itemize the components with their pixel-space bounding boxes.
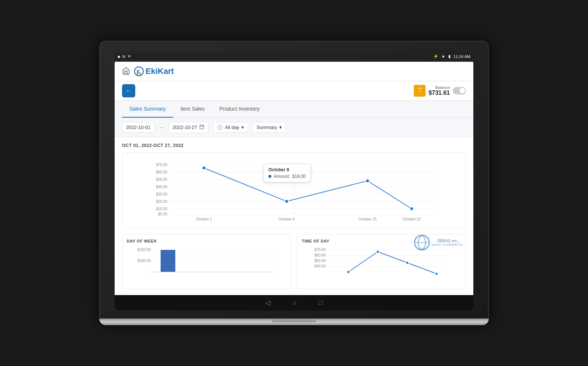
svg-point-51 <box>347 270 350 273</box>
android-back-button[interactable]: ◁ <box>265 299 270 307</box>
svg-text:$10.00: $10.00 <box>156 207 167 211</box>
bluetooth-icon: ⚡ <box>433 54 438 59</box>
back-icon: ← <box>126 87 132 94</box>
svg-text:October 8: October 8 <box>279 217 295 221</box>
tabs-container: Sales Summary Item Sales Product Invento… <box>115 101 473 118</box>
back-button[interactable]: ← <box>122 84 135 97</box>
time-of-day-chart: TIME OF DAY $70.00 $60.00 $50.00 $40.00 <box>297 234 466 289</box>
day-of-week-title: DAY OF WEEK <box>127 239 286 243</box>
day-of-week-svg: $150.00 $100.00 <box>127 246 286 283</box>
app-header: E EkiKart <box>115 62 473 81</box>
svg-point-29 <box>285 200 288 203</box>
status-bar: ■ N ✕ ⚡ ▼ ▮ 11:24 AM <box>115 53 473 60</box>
svg-text:October 15: October 15 <box>358 217 377 221</box>
svg-text:$0.00: $0.00 <box>158 212 167 216</box>
logo-text: EkiKart <box>146 67 174 76</box>
home-icon[interactable] <box>122 67 131 76</box>
svg-rect-41 <box>161 250 175 272</box>
wifi-icon: ▼ <box>441 54 445 59</box>
svg-point-30 <box>366 179 369 183</box>
laptop-base <box>99 319 489 325</box>
android-recent-button[interactable]: □ <box>319 299 323 307</box>
debug-logo-icon <box>414 234 430 251</box>
debug-sub-text: Not for COMMERCIA... <box>431 243 466 247</box>
main-content: OCT 01, 2022-OCT 27, 2022 <box>115 137 473 295</box>
balance-amount: $731.61 <box>429 90 450 96</box>
svg-text:$50.00: $50.00 <box>314 259 326 263</box>
logo-icon: E <box>134 66 144 76</box>
day-of-week-chart: DAY OF WEEK $150.00 $100.00 <box>122 234 291 289</box>
main-chart-title: OCT 01, 2022-OCT 27, 2022 <box>122 143 466 148</box>
balance-label: Balance <box>429 85 450 90</box>
summary-filter-select[interactable]: Summary ▾ <box>252 122 286 133</box>
debug-text: DEBUG em... <box>431 239 466 243</box>
chevron-down-icon: ▾ <box>241 125 244 130</box>
status-bar-right: ⚡ ▼ ▮ 11:24 AM <box>433 54 470 59</box>
svg-point-2 <box>137 73 138 75</box>
svg-rect-7 <box>200 125 204 129</box>
android-home-button[interactable]: ○ <box>293 299 297 307</box>
nav-bar: ← Balance $731.61 <box>115 81 473 101</box>
balance-toggle[interactable] <box>453 87 466 94</box>
battery-icon: ▮ <box>448 54 451 59</box>
balance-info: Balance $731.61 <box>429 85 450 96</box>
date-start-input[interactable]: 2022-10-01 <box>122 122 155 133</box>
line-chart-svg: $70.00 $60.00 $50.00 $40.00 $30.00 $20.0… <box>127 157 461 223</box>
screen-bezel: ■ N ✕ ⚡ ▼ ▮ 11:24 AM <box>99 41 489 319</box>
time-filter-select[interactable]: 🕐 All day ▾ <box>213 122 248 133</box>
summary-chevron-icon: ▾ <box>279 125 282 130</box>
summary-filter-value: Summary <box>257 125 277 130</box>
main-line-chart: $70.00 $60.00 $50.00 $40.00 $30.00 $20.0… <box>122 152 466 228</box>
laptop-frame: ■ N ✕ ⚡ ▼ ▮ 11:24 AM <box>99 41 489 325</box>
svg-text:$30.00: $30.00 <box>156 192 167 196</box>
svg-text:$50.00: $50.00 <box>156 177 167 182</box>
svg-text:$40.00: $40.00 <box>156 185 167 189</box>
tab-product-inventory[interactable]: Product Inventory <box>212 101 267 118</box>
svg-point-53 <box>406 261 409 264</box>
debug-watermark: DEBUG em... Not for COMMERCIA... <box>414 234 466 281</box>
svg-text:$60.00: $60.00 <box>156 170 167 174</box>
svg-text:$150.00: $150.00 <box>137 248 151 252</box>
svg-text:$20.00: $20.00 <box>156 200 167 204</box>
status-bar-left: ■ N ✕ <box>118 54 131 59</box>
status-icon-1: ■ <box>118 54 120 59</box>
svg-text:October 22: October 22 <box>402 217 421 221</box>
date-range-arrow: → <box>159 125 164 130</box>
status-icon-3: ✕ <box>128 54 131 59</box>
svg-text:$40.00: $40.00 <box>314 264 326 268</box>
svg-text:$100.00: $100.00 <box>137 259 151 263</box>
clock-icon: 🕐 <box>217 125 223 130</box>
svg-point-28 <box>202 166 206 170</box>
balance-icon <box>414 85 426 97</box>
svg-text:$70.00: $70.00 <box>156 163 167 167</box>
time-display: 11:24 AM <box>453 54 470 59</box>
svg-point-52 <box>376 250 379 253</box>
app-screen: E EkiKart ← <box>115 62 473 311</box>
time-filter-value: All day <box>225 125 239 130</box>
calendar-icon <box>199 124 204 130</box>
tab-item-sales[interactable]: Item Sales <box>173 101 212 118</box>
bottom-charts: DAY OF WEEK $150.00 $100.00 <box>122 234 466 289</box>
svg-text:$60.00: $60.00 <box>314 253 326 257</box>
svg-text:October 1: October 1 <box>196 217 212 221</box>
android-nav-bar: ◁ ○ □ <box>115 295 473 311</box>
filter-bar: 2022-10-01 → 2022-10-27 🕐 <box>115 118 473 137</box>
date-end-value: 2022-10-27 <box>173 125 197 130</box>
balance-container: Balance $731.61 <box>414 85 466 97</box>
svg-text:$70.00: $70.00 <box>314 248 326 252</box>
status-icon-2: N <box>122 54 125 59</box>
app-logo: E EkiKart <box>134 66 174 76</box>
svg-point-31 <box>410 207 413 211</box>
date-end-input[interactable]: 2022-10-27 <box>169 122 209 133</box>
tab-sales-summary[interactable]: Sales Summary <box>122 101 173 118</box>
svg-point-3 <box>140 73 141 75</box>
